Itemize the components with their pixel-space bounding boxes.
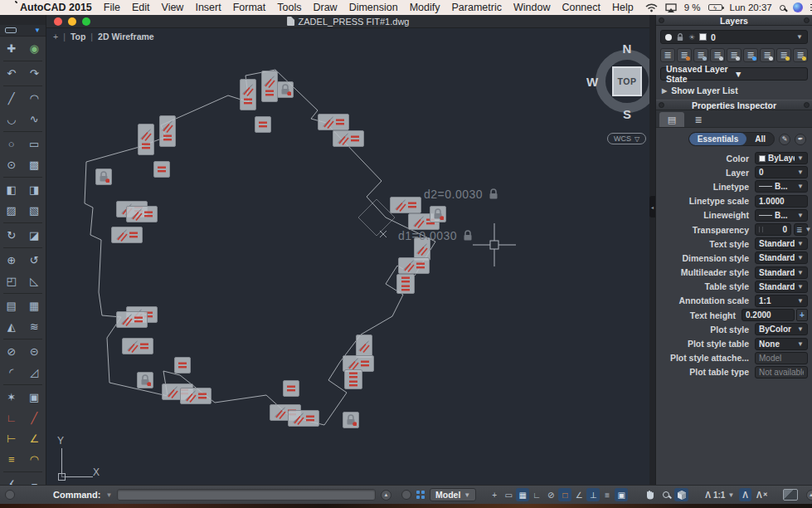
constraint-equal-pair-badge[interactable] [396,274,415,294]
view-compass[interactable]: N W S TOP [591,45,649,118]
property-field-multileader-style[interactable]: Standard▼ [755,266,808,279]
constraint-parallel-equal-badge[interactable] [122,338,153,354]
mirror-tool[interactable]: ◭ [2,318,22,336]
layer-state-dropdown[interactable]: Unsaved Layer State ▼ [660,67,808,81]
geolocation-tool[interactable]: ◉ [24,40,44,58]
constraint-parallel-equal-badge[interactable] [159,115,176,147]
pan-button[interactable] [643,488,657,501]
offset-tool[interactable]: ≋ [24,318,44,336]
constraint-equal-pair-badge[interactable] [344,369,362,389]
viewport-menu-button[interactable]: + [53,32,58,42]
zoom-window-button[interactable] [82,17,90,26]
command-history-button[interactable]: ▲ [381,490,391,501]
transparency-toggle[interactable]: ▣ [615,488,628,501]
property-field-linetype-scale[interactable]: 1.0000 [755,195,808,208]
menu-window[interactable]: Window [513,2,550,13]
compass-south[interactable]: S [623,107,631,121]
airplay-icon[interactable] [665,3,677,12]
panel-dot-icon[interactable] [804,102,810,108]
join-tool[interactable]: ⊝ [24,343,44,361]
document-titlebar[interactable]: ZADEL_PRESS FIT#1.dwg [46,15,649,28]
menu-tools[interactable]: Tools [277,2,301,13]
dimension-label-d2[interactable]: d2=0.0030 [424,188,499,201]
command-input[interactable] [117,489,376,501]
constraint-parallel-equal-badge[interactable] [138,124,154,155]
annotation-visibility-toggle[interactable]: Λ [739,488,751,501]
transparency-bylayer-dropdown[interactable]: ≣▼ [794,223,808,236]
layout-grid-icon[interactable] [416,491,425,499]
tool-palette-header[interactable]: ▼ [0,25,46,37]
menu-format[interactable]: Format [233,2,266,13]
otrack-toggle[interactable]: ⊥ [586,488,600,501]
show-layer-list-toggle[interactable]: ▶ Show Layer List [662,85,806,95]
properties-panel-header[interactable]: Properties Inspector [656,100,812,110]
layer-edit-button[interactable]: ≣ [727,48,741,62]
dim-angular-tool[interactable]: ∠ [24,430,44,448]
line-tool[interactable]: ╱ [2,90,22,108]
menu-file[interactable]: File [104,2,120,13]
menu-draw[interactable]: Draw [313,2,337,13]
constraint-parallel-equal-badge[interactable] [318,114,349,130]
property-field-transparency[interactable]: 0 [755,223,791,236]
property-field-text-style[interactable]: Standard▼ [755,237,808,250]
compass-west[interactable]: W [586,75,598,89]
rotate-3d-tool[interactable]: ↻ [2,227,22,245]
fillet-tool[interactable]: ◜ [2,364,22,382]
property-field-color[interactable]: ByLayer▼ [755,152,808,164]
layer-unlock-button[interactable]: ≣ [793,48,808,62]
layer-lock-button[interactable]: ≣ [776,48,791,62]
drawing-canvas[interactable]: + | Top | 2D Wireframe N W S TOP WCS▽ [46,28,649,485]
compass-top-face[interactable]: TOP [612,66,642,96]
panel-collapse-tab[interactable]: ◂ [649,196,655,217]
undo-button[interactable]: ↶ [2,65,22,83]
property-field-layer[interactable]: 0▼ [755,166,808,178]
array-tool[interactable]: ▦ [24,297,44,315]
constraint-parallel-equal-badge[interactable] [398,257,430,274]
zoom-button[interactable] [659,488,673,501]
layer-lock-icon[interactable] [676,33,684,42]
constraint-parallel-equal-badge[interactable] [240,79,256,110]
constraint-lock-badge[interactable] [430,206,446,222]
property-field-annotation-scale[interactable]: 1:1▼ [755,295,808,307]
redo-button[interactable]: ↷ [24,65,44,83]
menu-insert[interactable]: Insert [195,2,221,13]
layers-panel-header[interactable]: Layers [656,15,812,26]
explode-tool[interactable]: ✶ [2,388,22,407]
dimension-label-d1[interactable]: d1=0.0030 [398,229,474,242]
panel-dot-icon[interactable] [659,17,664,23]
dim-arc-tool[interactable]: ◠ [24,451,44,469]
menu-dimension[interactable]: Dimension [349,2,398,13]
constraint-parallel-equal-badge[interactable] [126,206,158,222]
tab-layers[interactable]: ≣ [686,112,711,127]
layer-translate-button[interactable]: ≣ [710,48,725,62]
layer-on-icon[interactable] [665,34,672,41]
constraint-parallel-badge[interactable] [356,335,372,358]
menu-help[interactable]: Help [612,2,634,13]
dim-baseline-tool[interactable]: ≡ [2,451,22,469]
arc-3pt-tool[interactable]: ◡ [2,110,22,129]
constraint-equal-badge[interactable] [153,161,170,178]
panel-dot-icon[interactable] [804,17,810,23]
erase-tool[interactable]: ◪ [24,227,44,245]
constraint-equal-badge[interactable] [174,357,191,374]
region-tool[interactable]: ▩ [24,156,44,174]
spotlight-search-icon[interactable] [780,5,785,11]
property-field-plot-style-table[interactable]: None▼ [755,338,808,350]
break-tool[interactable]: ⊘ [2,343,22,361]
ellipse-tool[interactable]: ⊙ [2,156,22,174]
chamfer-tool[interactable]: ◿ [24,364,44,382]
rotate-tool[interactable]: ↺ [24,252,44,270]
menu-edit[interactable]: Edit [132,2,150,13]
layer-color-swatch[interactable] [699,33,707,41]
compass-north[interactable]: N [623,42,632,56]
property-field-linetype[interactable]: B...▼ [755,180,808,193]
property-field-table-style[interactable]: Standard▼ [755,281,808,293]
layer-previous-button[interactable]: ≣ [693,48,708,62]
constraint-equal-badge[interactable] [255,116,271,133]
constraint-lock-badge[interactable] [343,412,359,428]
layer-freeze-button[interactable]: ≣ [743,48,758,62]
minimize-window-button[interactable] [68,17,76,26]
constraint-parallel-equal-badge[interactable] [180,388,212,404]
menu-clock[interactable]: Lun 20:37 [730,2,772,12]
block-create-tool[interactable]: ◨ [24,181,44,199]
